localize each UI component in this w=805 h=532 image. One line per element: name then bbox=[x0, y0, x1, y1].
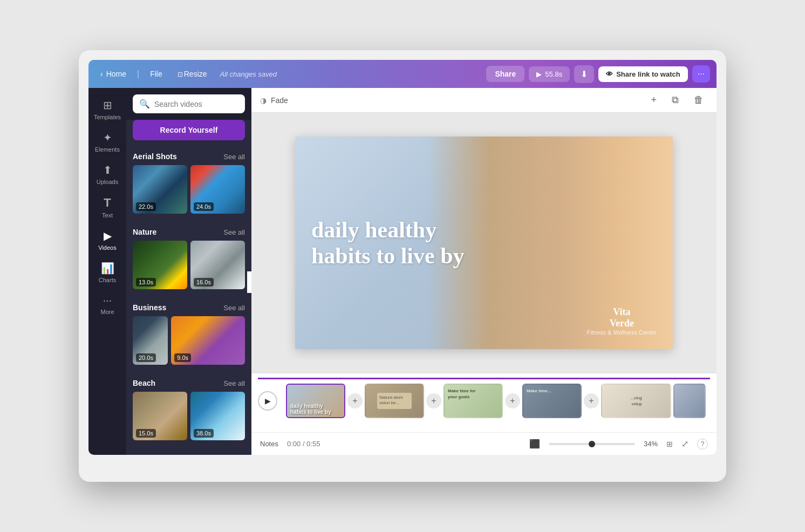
aerial-shots-section-header: Aerial Shots See all bbox=[126, 147, 251, 165]
business-title: Business bbox=[133, 303, 166, 312]
home-button[interactable]: ‹ Home bbox=[95, 66, 132, 81]
grid-view-icon[interactable]: ⊞ bbox=[666, 440, 673, 448]
playback-slider-handle[interactable] bbox=[589, 441, 595, 447]
search-input[interactable] bbox=[154, 100, 249, 108]
beach-video-2[interactable]: 38.0s bbox=[190, 392, 245, 440]
sidebar-label-videos: Videos bbox=[98, 244, 116, 251]
timeline-clip-4[interactable]: Make time... bbox=[522, 384, 582, 418]
beach-video-1-duration: 15.0s bbox=[136, 429, 156, 438]
aerial-shots-title: Aerial Shots bbox=[133, 152, 177, 161]
play-icon: ▶ bbox=[536, 70, 542, 78]
uploads-icon: ⬆ bbox=[103, 163, 112, 176]
sidebar: ⊞ Templates ✦ Elements ⬆ Uploads T Text … bbox=[88, 88, 126, 455]
timeline-clip-5[interactable]: ...cingvolup bbox=[601, 384, 671, 418]
beach-section-header: Beach See all bbox=[126, 373, 251, 392]
play-time: 55.8s bbox=[545, 70, 562, 78]
eye-icon: 👁 bbox=[606, 70, 613, 78]
sidebar-label-charts: Charts bbox=[99, 277, 116, 283]
slide-brand-name: Vita Verde bbox=[587, 306, 657, 329]
aerial-shots-see-all[interactable]: See all bbox=[223, 153, 245, 161]
timeline-play-area: ▶ daily healthyhabits to live by + bbox=[251, 381, 717, 420]
nature-title: Nature bbox=[133, 228, 156, 236]
play-preview-button[interactable]: ▶ 55.8s bbox=[529, 66, 570, 82]
share-link-button[interactable]: 👁 Share link to watch bbox=[598, 66, 687, 82]
monitor-icon[interactable]: ⬛ bbox=[529, 439, 540, 449]
sidebar-item-more[interactable]: ··· More bbox=[88, 290, 126, 319]
download-button[interactable]: ⬇ bbox=[574, 65, 594, 83]
add-slide-button[interactable]: + bbox=[646, 92, 661, 108]
search-area: 🔍 bbox=[126, 88, 251, 120]
file-menu[interactable]: File bbox=[145, 66, 168, 81]
aerial-video-1-duration: 22.0s bbox=[136, 202, 156, 211]
add-clip-button-3[interactable]: + bbox=[505, 393, 520, 408]
help-icon[interactable]: ? bbox=[697, 439, 708, 449]
add-clip-button-1[interactable]: + bbox=[347, 393, 363, 408]
sidebar-item-text[interactable]: T Text bbox=[88, 192, 126, 223]
videos-icon: ▶ bbox=[104, 229, 112, 242]
aerial-video-1[interactable]: 22.0s bbox=[133, 165, 187, 214]
timeline-tracks: daily healthyhabits to live by + Natura … bbox=[282, 381, 710, 420]
transition-icon: ◑ bbox=[260, 96, 267, 105]
beach-video-1[interactable]: 15.0s bbox=[133, 392, 187, 440]
add-clip-button-4[interactable]: + bbox=[584, 393, 599, 408]
duplicate-slide-button[interactable]: ⧉ bbox=[667, 92, 683, 108]
share-button[interactable]: Share bbox=[486, 66, 524, 82]
nature-see-all[interactable]: See all bbox=[223, 228, 245, 236]
more-icon: ··· bbox=[103, 294, 112, 306]
nature-video-1[interactable]: 13.0s bbox=[133, 241, 187, 289]
nature-video-2[interactable]: 16.0s bbox=[190, 241, 245, 289]
aerial-video-2[interactable]: 24.0s bbox=[190, 165, 245, 214]
notes-button[interactable]: Notes bbox=[260, 440, 278, 448]
slide-headline: daily healthy habits to live by bbox=[311, 217, 657, 269]
charts-icon: 📊 bbox=[101, 262, 114, 275]
timeline-clip-3[interactable]: Make time foryour goals bbox=[444, 384, 503, 418]
business-video-2[interactable]: 9.0s bbox=[171, 316, 245, 365]
home-label: Home bbox=[106, 70, 126, 78]
timeline: ▶ daily healthyhabits to live by + bbox=[251, 373, 717, 432]
timeline-progress-bar bbox=[258, 378, 710, 379]
status-bar: Notes 0:00 / 0:55 ⬛ 34% ⊞ ⤢ ? bbox=[251, 432, 717, 455]
transition-label: Fade bbox=[271, 96, 288, 105]
sidebar-item-elements[interactable]: ✦ Elements bbox=[88, 127, 126, 157]
timeline-clip-1[interactable]: daily healthyhabits to live by bbox=[286, 384, 345, 418]
beach-video-2-duration: 38.0s bbox=[194, 429, 214, 438]
more-options-button[interactable]: ··· bbox=[692, 65, 710, 83]
business-video-1[interactable]: 20.0s bbox=[133, 316, 168, 365]
fullscreen-icon[interactable]: ⤢ bbox=[681, 439, 688, 449]
transition-indicator[interactable]: ◑ Fade bbox=[260, 96, 288, 105]
add-clip-button-2[interactable]: + bbox=[426, 393, 441, 408]
sidebar-item-videos[interactable]: ▶ Videos bbox=[88, 225, 126, 255]
timeline-play-button[interactable]: ▶ bbox=[258, 391, 277, 411]
search-icon: 🔍 bbox=[139, 99, 150, 109]
business-video-2-duration: 9.0s bbox=[174, 353, 191, 362]
sidebar-label-elements: Elements bbox=[95, 146, 120, 153]
sidebar-item-uploads[interactable]: ⬆ Uploads bbox=[88, 159, 126, 189]
panel-collapse-handle[interactable]: ‹ bbox=[247, 271, 251, 293]
slide-brand: Vita Verde Fitness & Wellness Center bbox=[587, 306, 657, 336]
slide-preview[interactable]: daily healthy habits to live by Vita Ver… bbox=[295, 137, 673, 349]
delete-slide-button[interactable]: 🗑 bbox=[690, 92, 708, 108]
video-panel: 🔍 Record Yourself Aerial Shots See all 2… bbox=[126, 88, 251, 455]
resize-menu[interactable]: ⊡Resize bbox=[172, 66, 213, 81]
beach-see-all[interactable]: See all bbox=[223, 379, 245, 387]
canvas-toolbar: ◑ Fade + ⧉ 🗑 bbox=[251, 88, 717, 113]
playback-time: 0:00 / 0:55 bbox=[287, 440, 320, 448]
sidebar-item-charts[interactable]: 📊 Charts bbox=[88, 257, 126, 288]
aerial-video-2-duration: 24.0s bbox=[194, 202, 214, 211]
record-yourself-button[interactable]: Record Yourself bbox=[133, 120, 245, 140]
nature-grid: 13.0s 16.0s bbox=[126, 241, 251, 298]
canvas-main: daily healthy habits to live by Vita Ver… bbox=[251, 113, 717, 373]
business-section-header: Business See all bbox=[126, 298, 251, 316]
beach-title: Beach bbox=[133, 379, 155, 387]
timeline-clip-6[interactable] bbox=[673, 384, 706, 418]
slide-headline-line2: habits to live by bbox=[311, 243, 465, 268]
playback-slider[interactable] bbox=[549, 443, 635, 445]
sidebar-label-templates: Templates bbox=[94, 114, 121, 120]
sidebar-label-uploads: Uploads bbox=[97, 179, 118, 185]
search-box[interactable]: 🔍 bbox=[133, 94, 245, 113]
sidebar-item-templates[interactable]: ⊞ Templates bbox=[88, 94, 126, 125]
elements-icon: ✦ bbox=[103, 131, 112, 144]
business-video-1-duration: 20.0s bbox=[136, 353, 156, 362]
timeline-clip-2[interactable]: Natura alumvolun be... bbox=[365, 384, 424, 418]
business-see-all[interactable]: See all bbox=[223, 304, 245, 312]
